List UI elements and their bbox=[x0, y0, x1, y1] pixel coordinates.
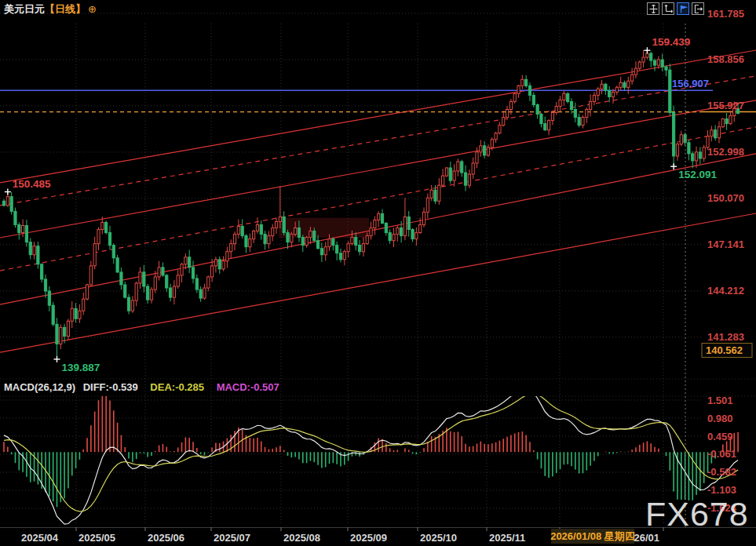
svg-text:147.141: 147.141 bbox=[707, 238, 744, 250]
svg-text:2025/05: 2025/05 bbox=[79, 532, 115, 544]
extreme-price-label: 159.439 bbox=[652, 36, 690, 48]
extreme-price-label: 150.485 bbox=[13, 178, 51, 190]
pan-tool-icon[interactable] bbox=[647, 2, 659, 15]
exit-right-icon[interactable] bbox=[692, 2, 704, 15]
macd-lines bbox=[4, 387, 738, 524]
annotation-markers: 150.485139.887159.439152.091 bbox=[5, 36, 718, 373]
chart-toolbar bbox=[647, 2, 704, 15]
flag-marker-icon[interactable] bbox=[677, 2, 689, 15]
fx678-watermark: FX678 bbox=[645, 495, 749, 533]
svg-text:144.212: 144.212 bbox=[707, 285, 744, 297]
axis-scale-icon[interactable] bbox=[662, 2, 674, 15]
svg-text:2025/06: 2025/06 bbox=[148, 532, 184, 544]
extreme-price-label: 139.887 bbox=[61, 362, 100, 373]
svg-text:2025/04: 2025/04 bbox=[21, 532, 59, 544]
svg-text:155.927: 155.927 bbox=[707, 100, 744, 111]
svg-text:2025/11: 2025/11 bbox=[489, 532, 525, 544]
price-axis-labels[interactable]: 161.785158.856155.927152.998150.070147.1… bbox=[702, 8, 752, 358]
svg-text:-0.582: -0.582 bbox=[707, 466, 736, 478]
chart-canvas[interactable]: 156.907150.485139.887159.439152.091161.7… bbox=[0, 0, 756, 546]
svg-text:158.856: 158.856 bbox=[707, 53, 744, 65]
macd-histogram bbox=[4, 393, 738, 507]
diff-line bbox=[4, 387, 738, 524]
blue-level-label: 156.907 bbox=[672, 78, 709, 89]
channel-lines bbox=[0, 50, 756, 352]
add-indicator-icon[interactable]: ⊕ bbox=[88, 3, 97, 15]
level-lines: 156.907 bbox=[0, 78, 756, 111]
macd-bar-value: MACD:-0.507 bbox=[217, 381, 279, 393]
cursor-date-label: 2026/01/08 星期四 bbox=[551, 529, 634, 544]
svg-text:-0.061: -0.061 bbox=[707, 448, 736, 460]
macd-indicator-header: MACD(26,12,9) DIFF:-0.539 DEA:-0.285 MAC… bbox=[4, 381, 279, 393]
svg-text:2025/08: 2025/08 bbox=[283, 532, 320, 544]
extreme-price-label: 152.091 bbox=[678, 169, 717, 180]
candles bbox=[2, 50, 739, 359]
svg-text:152.998: 152.998 bbox=[707, 146, 744, 158]
svg-text:1.501: 1.501 bbox=[707, 395, 733, 406]
svg-text:0.980: 0.980 bbox=[707, 413, 733, 424]
title-bar: 美元日元【日线】⊕ bbox=[4, 2, 97, 16]
macd-diff-value: DIFF:-0.539 bbox=[83, 381, 138, 393]
macd-dea-value: DEA:-0.285 bbox=[150, 381, 204, 393]
svg-text:141.283: 141.283 bbox=[707, 331, 744, 343]
svg-text:150.070: 150.070 bbox=[707, 192, 744, 204]
symbol-title: 美元日元 bbox=[4, 3, 45, 15]
svg-text:161.785: 161.785 bbox=[707, 8, 744, 20]
price-alert-label: 140.562 bbox=[706, 344, 743, 356]
timeframe-label: 【日线】 bbox=[45, 3, 86, 15]
trading-app-window: 156.907150.485139.887159.439152.091161.7… bbox=[0, 0, 756, 546]
svg-text:2025/07: 2025/07 bbox=[214, 532, 250, 544]
macd-params-label: MACD(26,12,9) bbox=[4, 381, 75, 393]
svg-text:2025/10: 2025/10 bbox=[420, 532, 457, 544]
svg-text:2025/09: 2025/09 bbox=[350, 532, 387, 544]
svg-text:0.459: 0.459 bbox=[707, 431, 733, 442]
